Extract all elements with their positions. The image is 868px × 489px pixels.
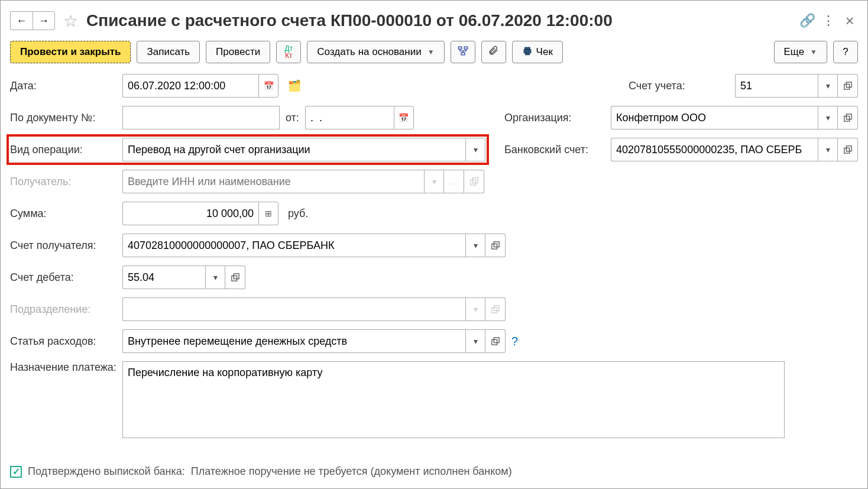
expense-label: Статья расходов: — [10, 335, 116, 348]
date-input[interactable] — [122, 74, 258, 98]
department-label: Подразделение: — [10, 303, 116, 316]
svg-rect-5 — [844, 116, 849, 121]
popout-icon[interactable] — [838, 106, 858, 129]
dropdown-icon[interactable]: ▾ — [465, 329, 485, 353]
dropdown-icon: ▾ — [465, 297, 485, 321]
help-button[interactable]: ? — [833, 41, 858, 63]
svg-rect-4 — [846, 82, 851, 88]
more-button[interactable]: Еще ▼ — [774, 41, 827, 63]
form: Дата: 📅 🗂️ Счет учета: ▾ По документу №: — [10, 74, 858, 438]
svg-rect-11 — [491, 244, 497, 249]
close-icon[interactable]: × — [841, 12, 858, 29]
optype-input[interactable] — [122, 138, 465, 161]
calendar-icon[interactable]: 📅 — [394, 106, 414, 129]
link-icon[interactable]: 🔗 — [799, 12, 815, 29]
svg-rect-14 — [234, 274, 239, 279]
date-label: Дата: — [10, 80, 116, 92]
svg-rect-7 — [844, 148, 849, 153]
dropdown-icon: ▾ — [424, 170, 444, 193]
svg-rect-18 — [494, 338, 499, 343]
svg-rect-17 — [491, 339, 497, 345]
kebab-menu-icon[interactable]: ⋮ — [820, 12, 837, 29]
svg-rect-16 — [494, 306, 499, 311]
ellipsis-icon: … — [444, 170, 464, 193]
paperclip-icon — [488, 46, 499, 59]
popout-icon[interactable] — [838, 74, 858, 98]
page-title: Списание с расчетного счета КП00-000010 … — [86, 11, 794, 30]
dropdown-icon[interactable]: ▾ — [818, 138, 838, 161]
printer-icon — [522, 46, 533, 59]
popout-icon — [485, 297, 506, 321]
svg-rect-3 — [844, 84, 849, 89]
create-based-label: Создать на основании — [317, 46, 421, 58]
department-input — [122, 297, 465, 321]
svg-rect-9 — [470, 180, 475, 185]
structure-button[interactable] — [451, 41, 475, 63]
bankacc-label: Банковский счет: — [504, 144, 605, 156]
popout-icon[interactable] — [485, 329, 506, 353]
recipientacc-input[interactable] — [122, 234, 465, 257]
operation-type-highlighted: Вид операции: ▾ — [8, 135, 488, 164]
help-link-icon[interactable]: ? — [511, 335, 518, 348]
post-and-close-button[interactable]: Провести и закрыть — [10, 41, 131, 63]
dropdown-icon[interactable]: ▾ — [818, 74, 838, 98]
tree-icon — [458, 46, 468, 59]
purpose-label: Назначение платежа: — [10, 361, 116, 374]
account-input[interactable] — [735, 74, 818, 98]
document-window: ← → ☆ Списание с расчетного счета КП00-0… — [0, 0, 868, 489]
calculator-icon[interactable]: ⊞ — [258, 202, 278, 225]
dropdown-icon[interactable]: ▾ — [465, 234, 485, 257]
organization-input[interactable] — [611, 106, 818, 129]
organization-label: Организация: — [504, 112, 605, 124]
account-label: Счет учета: — [629, 80, 729, 92]
svg-rect-12 — [494, 242, 499, 247]
svg-rect-1 — [464, 47, 467, 49]
svg-rect-0 — [458, 47, 461, 49]
check-button[interactable]: Чек — [512, 41, 563, 63]
dropdown-icon[interactable]: ▾ — [818, 106, 838, 129]
dtkt-button[interactable]: ДтКт — [276, 41, 301, 63]
caret-down-icon: ▼ — [810, 48, 817, 56]
purpose-textarea[interactable] — [122, 361, 785, 438]
recipient-input — [122, 170, 424, 193]
optype-label: Вид операции: — [10, 144, 116, 156]
bankacc-input[interactable] — [611, 138, 818, 161]
docno-label: По документу №: — [10, 112, 116, 124]
forward-button[interactable]: → — [33, 11, 55, 30]
check-label: Чек — [536, 46, 553, 58]
dropdown-icon[interactable]: ▾ — [465, 138, 485, 161]
calendar-status-icon[interactable]: 🗂️ — [288, 79, 301, 92]
currency-label: руб. — [288, 208, 308, 220]
svg-rect-2 — [461, 53, 465, 55]
post-button[interactable]: Провести — [206, 41, 270, 63]
toolbar: Провести и закрыть Записать Провести ДтК… — [10, 41, 858, 63]
expense-input[interactable] — [122, 329, 465, 353]
amount-label: Сумма: — [10, 208, 116, 220]
attachments-button[interactable] — [481, 41, 506, 63]
amount-input[interactable] — [122, 202, 258, 225]
confirmed-checkbox[interactable]: ✓ — [10, 466, 22, 478]
debitacc-input[interactable] — [122, 265, 205, 289]
debitacc-label: Счет дебета: — [10, 271, 116, 284]
calendar-icon[interactable]: 📅 — [258, 74, 278, 98]
popout-icon[interactable] — [225, 265, 245, 289]
recipientacc-label: Счет получателя: — [10, 239, 116, 252]
svg-rect-15 — [491, 307, 497, 313]
titlebar: ← → ☆ Списание с расчетного счета КП00-0… — [10, 8, 858, 34]
popout-icon[interactable] — [838, 138, 858, 161]
save-button[interactable]: Записать — [137, 41, 200, 63]
popout-icon — [464, 170, 484, 193]
favorite-icon[interactable]: ☆ — [63, 11, 78, 31]
from-date-input[interactable] — [305, 106, 394, 129]
nav-group: ← → — [10, 11, 55, 30]
docno-input[interactable] — [122, 106, 280, 129]
popout-icon[interactable] — [485, 234, 506, 257]
back-button[interactable]: ← — [10, 11, 33, 30]
dtkt-icon: ДтКт — [285, 45, 293, 59]
more-label: Еще — [784, 46, 805, 58]
confirmed-label: Подтверждено выпиской банка: — [28, 465, 185, 478]
dropdown-icon[interactable]: ▾ — [205, 265, 225, 289]
svg-rect-10 — [472, 178, 478, 183]
svg-rect-6 — [846, 114, 851, 119]
create-based-button[interactable]: Создать на основании ▼ — [307, 41, 444, 63]
